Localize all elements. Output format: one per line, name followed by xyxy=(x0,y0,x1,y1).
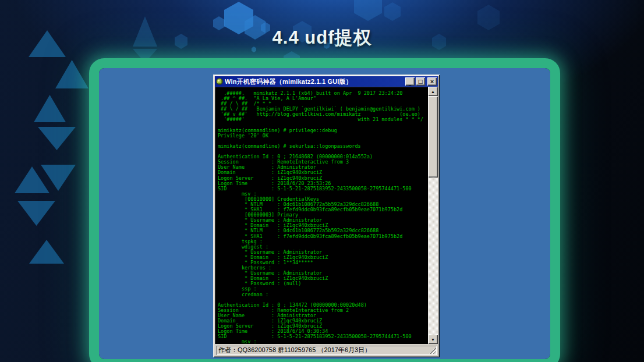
titlebar-buttons: _ □ × xyxy=(405,77,437,86)
minimize-button[interactable]: _ xyxy=(405,77,415,86)
scroll-down-icon: ▼ xyxy=(431,338,435,342)
app-window: Win开机密码神器（mimikatz2.1.1 GUI版） _ □ × .###… xyxy=(213,74,440,357)
triangle-decoration xyxy=(34,95,66,122)
hexagon-decoration xyxy=(384,2,401,21)
maximize-icon: □ xyxy=(418,78,423,85)
close-button[interactable]: × xyxy=(427,77,437,86)
slide-title: 4.4 udf提权 xyxy=(0,26,644,50)
terminal-text: .#####. mimikatz 2.1.1 (x64) built on Ap… xyxy=(215,87,438,344)
scroll-up-icon: ▲ xyxy=(431,90,435,94)
close-icon: × xyxy=(430,78,434,85)
scroll-up-button[interactable]: ▲ xyxy=(428,87,438,96)
triangle-decoration xyxy=(38,127,76,150)
window-title: Win开机密码神器（mimikatz2.1.1 GUI版） xyxy=(225,77,405,86)
triangle-decoration xyxy=(55,60,89,88)
window-titlebar[interactable]: Win开机密码神器（mimikatz2.1.1 GUI版） _ □ × xyxy=(215,76,438,87)
maximize-button[interactable]: □ xyxy=(416,77,425,86)
vertical-scrollbar[interactable]: ▲ ▼ xyxy=(428,87,438,344)
triangle-decoration xyxy=(29,240,64,264)
mimikatz-kiwi-icon xyxy=(216,78,223,85)
scroll-down-button[interactable]: ▼ xyxy=(428,335,438,344)
triangle-decoration xyxy=(41,165,76,191)
terminal-output: .#####. mimikatz 2.1.1 (x64) built on Ap… xyxy=(215,87,438,344)
hexagon-decoration xyxy=(354,0,382,21)
status-bar: 作者：QQ36200758 群110259765 （2017年6月3日） xyxy=(215,344,438,356)
minimize-icon: _ xyxy=(409,79,412,86)
triangle-decoration xyxy=(15,166,49,193)
status-text: 作者：QQ36200758 群110259765 （2017年6月3日） xyxy=(216,346,437,355)
triangle-decoration xyxy=(17,201,55,226)
scrollbar-thumb[interactable] xyxy=(428,96,438,178)
